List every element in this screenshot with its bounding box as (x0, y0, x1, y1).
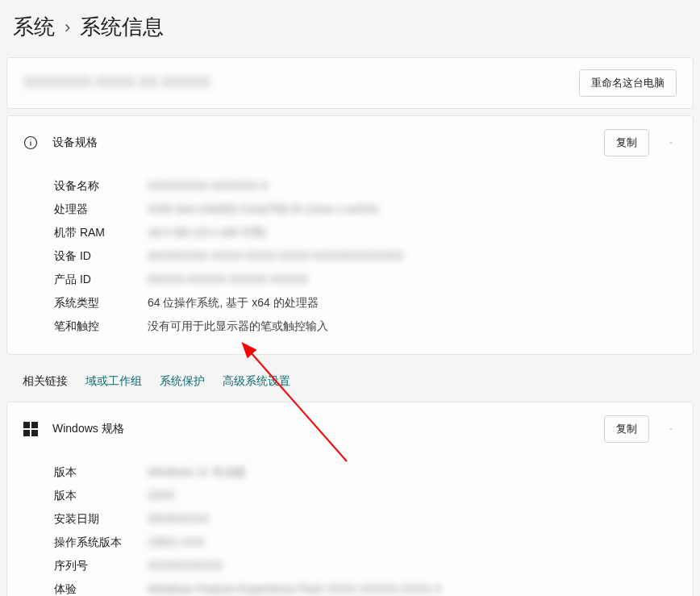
windows-specs-title: Windows 规格 (52, 422, 590, 436)
spec-row: 设备名称XXXXXXXX-XXXXXX-X (54, 174, 677, 198)
spec-value: 16.0 GB (15.x GB 可用) (148, 224, 266, 241)
spec-label: 设备名称 (54, 177, 148, 194)
link-system-protection[interactable]: 系统保护 (160, 374, 205, 389)
breadcrumb-current: 系统信息 (80, 13, 164, 41)
chevron-right-icon: › (65, 17, 70, 38)
chevron-up-icon[interactable] (665, 420, 677, 438)
spec-row: 系统类型64 位操作系统, 基于 x64 的处理器 (54, 291, 677, 315)
spec-row: 产品 ID0XXXX-XXXXX-XXXXX-XXXXX (54, 268, 677, 291)
spec-row: 体验Windows Feature Experience Pack XXXX.X… (54, 577, 677, 596)
spec-label: 序列号 (54, 557, 148, 574)
spec-value: 0XXXX-XXXXX-XXXXX-XXXXX (148, 271, 308, 288)
spec-label: 体验 (54, 581, 148, 596)
device-specs-card: 设备规格 复制 设备名称XXXXXXXX-XXXXXX-X处理器XXth Gen… (6, 115, 694, 355)
copy-windows-specs-button[interactable]: 复制 (604, 415, 649, 443)
spec-value: 22621.XXX (148, 534, 205, 551)
device-specs-header[interactable]: 设备规格 复制 (7, 116, 693, 169)
link-domain-workgroup[interactable]: 域或工作组 (85, 374, 142, 389)
spec-label: 产品 ID (54, 271, 148, 288)
spec-label: 处理器 (54, 201, 148, 218)
device-specs-table: 设备名称XXXXXXXX-XXXXXX-X处理器XXth Gen Intel(R… (7, 169, 693, 354)
related-links-label: 相关链接 (23, 374, 68, 389)
spec-label: 系统类型 (54, 294, 148, 311)
svg-point-2 (30, 140, 31, 140)
device-name-display: XXXXXXX-XXXX XX XXXXX (23, 73, 210, 93)
spec-value: Windows 11 专业版 (148, 464, 246, 481)
spec-value: Windows Feature Experience Pack XXXX.XXX… (148, 581, 441, 596)
spec-label: 版本 (54, 487, 148, 504)
device-header-card: XXXXXXX-XXXX XX XXXXX 重命名这台电脑 (6, 57, 694, 109)
copy-device-specs-button[interactable]: 复制 (604, 129, 649, 156)
info-icon (23, 135, 38, 150)
spec-value: XXXXXXXX-XXXXXX-X (148, 177, 268, 194)
spec-value: XXXXXXXXXX (148, 557, 223, 574)
spec-row: 版本22H2 (54, 484, 677, 507)
breadcrumb-parent[interactable]: 系统 (13, 13, 55, 41)
rename-pc-button[interactable]: 重命名这台电脑 (579, 69, 677, 97)
spec-value: 2023/XX/XX (148, 511, 209, 527)
spec-label: 设备 ID (54, 248, 148, 265)
spec-label: 版本 (54, 464, 148, 481)
spec-row: 版本Windows 11 专业版 (54, 461, 677, 484)
spec-row: 机带 RAM16.0 GB (15.x GB 可用) (54, 221, 677, 244)
spec-label: 操作系统版本 (54, 534, 148, 551)
chevron-up-icon[interactable] (665, 134, 677, 152)
windows-specs-table: 版本Windows 11 专业版版本22H2安装日期2023/XX/XX操作系统… (7, 456, 693, 596)
breadcrumb: 系统 › 系统信息 (6, 0, 694, 57)
spec-value: 22H2 (148, 487, 174, 504)
windows-specs-card: Windows 规格 复制 版本Windows 11 专业版版本22H2安装日期… (6, 402, 694, 596)
spec-row: 设备 IDAXXXXXXX-XXXX-XXXX-XXXX-XXXXXXXXXXX… (54, 244, 677, 268)
link-advanced-system-settings[interactable]: 高级系统设置 (223, 374, 290, 389)
spec-label: 安装日期 (54, 511, 148, 527)
spec-row: 笔和触控没有可用于此显示器的笔或触控输入 (54, 315, 677, 338)
spec-label: 机带 RAM (54, 224, 148, 241)
spec-row: 安装日期2023/XX/XX (54, 507, 677, 531)
windows-icon (23, 422, 38, 436)
spec-value: 没有可用于此显示器的笔或触控输入 (148, 318, 328, 335)
windows-specs-header[interactable]: Windows 规格 复制 (7, 402, 693, 456)
spec-value: XXth Gen Intel(R) Core(TM) i5-12xxx x.xx… (148, 201, 379, 218)
spec-row: 处理器XXth Gen Intel(R) Core(TM) i5-12xxx x… (54, 198, 677, 221)
spec-row: 操作系统版本22621.XXX (54, 531, 677, 554)
related-links-section: 相关链接 域或工作组 系统保护 高级系统设置 (6, 361, 694, 402)
spec-row: 序列号XXXXXXXXXX (54, 554, 677, 577)
device-specs-title: 设备规格 (52, 135, 590, 150)
spec-value: 64 位操作系统, 基于 x64 的处理器 (148, 294, 319, 311)
spec-value: AXXXXXXX-XXXX-XXXX-XXXX-XXXXXXXXXXXX (148, 248, 403, 265)
spec-label: 笔和触控 (54, 318, 148, 335)
